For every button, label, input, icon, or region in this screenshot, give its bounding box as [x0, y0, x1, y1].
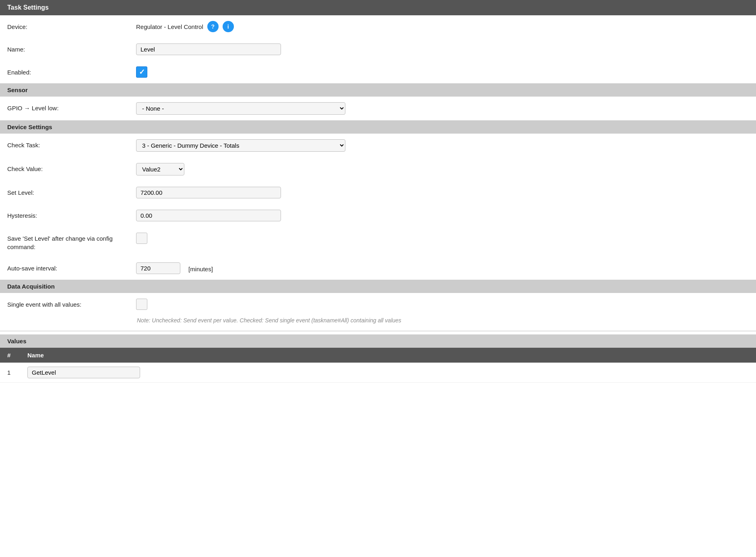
page-container: Task Settings Device: Regulator - Level … [0, 0, 756, 383]
gpio-row: GPIO → Level low: - None - [0, 97, 756, 120]
check-value-label: Check Value: [7, 163, 136, 173]
auto-save-control-area: [minutes] [136, 262, 749, 274]
set-level-label: Set Level: [7, 187, 136, 197]
info-icon[interactable]: i [223, 21, 234, 32]
name-input[interactable] [136, 43, 281, 55]
save-set-level-row: Save 'Set Level' after change via config… [0, 227, 756, 257]
device-row: Device: Regulator - Level Control ? i [0, 15, 756, 38]
col-num: # [0, 348, 20, 363]
device-settings-header: Device Settings [0, 120, 756, 134]
device-label: Device: [7, 21, 136, 31]
auto-save-label: Auto-save interval: [7, 262, 136, 272]
hysteresis-control-area [136, 210, 749, 221]
hysteresis-input[interactable] [136, 210, 281, 221]
check-task-select[interactable]: 3 - Generic - Dummy Device - Totals [136, 139, 345, 152]
single-event-label: Single event with all values: [7, 299, 136, 309]
set-level-row: Set Level: [0, 181, 756, 204]
table-row: 1 [0, 363, 756, 383]
enabled-row: Enabled: [0, 61, 756, 83]
values-table-header-row: # Name [0, 348, 756, 363]
name-label: Name: [7, 43, 136, 54]
data-acquisition-header: Data Acquisition [0, 280, 756, 293]
enabled-label: Enabled: [7, 66, 136, 76]
auto-save-row: Auto-save interval: [minutes] [0, 257, 756, 280]
gpio-select[interactable]: - None - [136, 102, 345, 115]
enabled-control-area [136, 66, 749, 78]
enabled-checkbox[interactable] [136, 66, 147, 78]
save-set-level-control-area [136, 233, 749, 244]
values-section-header: Values [0, 334, 756, 348]
divider [0, 331, 756, 331]
save-set-level-label: Save 'Set Level' after change via config… [7, 233, 136, 251]
device-value: Regulator - Level Control [136, 23, 203, 30]
hysteresis-label: Hysteresis: [7, 210, 136, 220]
check-value-select[interactable]: Value2 [136, 163, 184, 175]
single-event-row: Single event with all values: [0, 293, 756, 316]
save-set-level-checkbox[interactable] [136, 233, 147, 244]
hysteresis-row: Hysteresis: [0, 204, 756, 227]
gpio-label: GPIO → Level low: [7, 102, 136, 112]
set-level-input[interactable] [136, 187, 281, 198]
row-name-cell [20, 363, 756, 383]
note-text: Note: Unchecked: Send event per value. C… [0, 316, 756, 328]
single-event-control-area [136, 299, 749, 310]
values-table: # Name 1 [0, 348, 756, 383]
sensor-header: Sensor [0, 83, 756, 97]
device-control-area: Regulator - Level Control ? i [136, 21, 749, 32]
set-level-control-area [136, 187, 749, 198]
row-num: 1 [0, 363, 20, 383]
check-value-row: Check Value: Value2 [0, 157, 756, 181]
check-task-label: Check Task: [7, 139, 136, 149]
row-name-input[interactable] [27, 367, 140, 378]
check-task-row: Check Task: 3 - Generic - Dummy Device -… [0, 134, 756, 157]
name-control-area [136, 43, 749, 55]
name-row: Name: [0, 38, 756, 61]
auto-save-unit: [minutes] [188, 264, 213, 272]
check-task-control-area: 3 - Generic - Dummy Device - Totals [136, 139, 749, 152]
auto-save-input[interactable] [136, 262, 180, 274]
gpio-control-area: - None - [136, 102, 749, 115]
single-event-checkbox[interactable] [136, 299, 147, 310]
col-name: Name [20, 348, 756, 363]
check-value-control-area: Value2 [136, 163, 749, 175]
task-settings-header: Task Settings [0, 0, 756, 15]
help-icon[interactable]: ? [207, 21, 219, 32]
